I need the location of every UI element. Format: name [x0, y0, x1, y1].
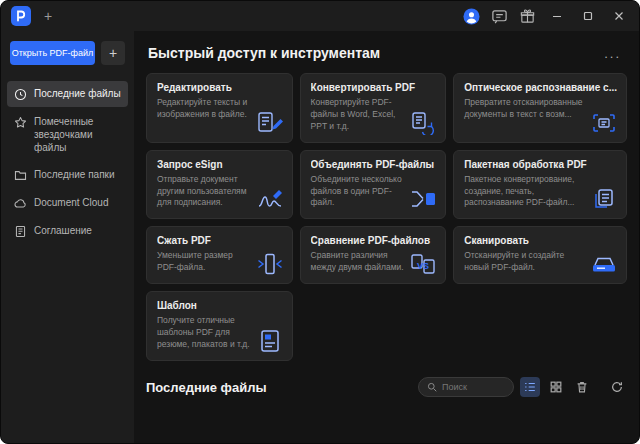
merge-icon	[409, 187, 437, 211]
sidebar-item-cloud[interactable]: Document Cloud	[7, 190, 128, 216]
sidebar-nav: Последние файлыПомеченные звездочками фа…	[1, 81, 134, 244]
tool-card-merge[interactable]: Объединять PDF-файлыОбъедините несколько…	[300, 150, 447, 220]
sidebar-item-label: Помеченные звездочками файлы	[34, 115, 121, 154]
edit-icon	[256, 111, 284, 135]
tool-card-batch[interactable]: Пакетная обработка PDFПакетное конвертир…	[453, 150, 627, 220]
add-file-button[interactable]: +	[101, 41, 125, 65]
card-title: Редактировать	[157, 82, 283, 93]
open-pdf-button[interactable]: Открыть PDF-файл	[10, 41, 95, 65]
ocr-icon	[590, 111, 618, 135]
sidebar: Открыть PDF-файл + Последние файлыПомече…	[1, 31, 134, 443]
search-input[interactable]	[442, 382, 506, 392]
search-box[interactable]	[418, 377, 514, 397]
sidebar-item-label: Последние файлы	[34, 87, 121, 100]
app-window: + Открыть PDF-файл	[0, 0, 640, 444]
grid-view-button[interactable]	[546, 377, 566, 397]
message-bubble-icon[interactable]	[491, 8, 508, 25]
tool-card-edit[interactable]: РедактироватьРедактируйте тексты и изобр…	[146, 73, 293, 143]
card-title: Сжать PDF	[157, 235, 283, 246]
cloud-icon	[14, 197, 27, 210]
main-panel: Быстрый доступ к инструментам ... Редакт…	[134, 31, 639, 443]
compare-icon: VS	[409, 252, 437, 276]
quick-access-title: Быстрый доступ к инструментам	[148, 45, 380, 61]
sidebar-item-folder[interactable]: Последние папки	[7, 162, 128, 188]
card-title: Оптическое распознавание с...	[464, 82, 617, 93]
titlebar-actions	[463, 6, 629, 26]
titlebar: +	[1, 1, 639, 31]
app-logo-icon[interactable]	[11, 6, 31, 26]
esign-icon	[256, 187, 284, 211]
list-view-button[interactable]	[520, 377, 540, 397]
tool-card-compare[interactable]: Сравнение PDF-файловСравните различия ме…	[300, 226, 447, 284]
tool-card-ocr[interactable]: Оптическое распознавание с...Превратите …	[453, 73, 627, 143]
card-title: Шаблон	[157, 300, 283, 311]
scan-icon	[590, 252, 618, 276]
batch-icon	[590, 187, 618, 211]
tool-card-template[interactable]: ШаблонПолучите отличные шаблоны PDF для …	[146, 291, 293, 361]
gift-icon[interactable]	[519, 8, 536, 25]
refresh-icon	[610, 380, 624, 394]
refresh-button[interactable]	[607, 377, 627, 397]
svg-text:VS: VS	[417, 261, 429, 271]
trash-icon	[575, 380, 589, 394]
sidebar-item-label: Document Cloud	[34, 196, 108, 209]
card-title: Запрос eSign	[157, 159, 283, 170]
close-button[interactable]	[609, 6, 629, 26]
sidebar-item-clock[interactable]: Последние файлы	[7, 81, 128, 107]
template-icon	[256, 329, 284, 353]
card-title: Сравнение PDF-файлов	[311, 235, 437, 246]
list-view-icon	[523, 380, 537, 394]
user-avatar-icon[interactable]	[463, 8, 480, 25]
recent-files-title: Последние файлы	[146, 380, 267, 395]
card-title: Сканировать	[464, 235, 617, 246]
tool-card-esign[interactable]: Запрос eSignОтправьте документ другим по…	[146, 150, 293, 220]
card-title: Объединять PDF-файлы	[311, 159, 437, 170]
grid-view-icon	[549, 380, 563, 394]
tool-card-compress[interactable]: Сжать PDFУменьшите размер PDF-файла.	[146, 226, 293, 284]
recent-files-controls	[418, 377, 627, 397]
new-tab-button[interactable]: +	[40, 9, 56, 23]
star-icon	[14, 116, 27, 129]
folder-icon	[14, 169, 27, 182]
card-title: Конвертировать PDF	[311, 82, 437, 93]
convert-icon	[409, 111, 437, 135]
search-icon	[427, 382, 437, 392]
maximize-button[interactable]	[578, 6, 598, 26]
sidebar-item-label: Соглашение	[34, 224, 92, 237]
minimize-button[interactable]	[547, 6, 567, 26]
more-button[interactable]: ...	[600, 46, 625, 61]
agreement-icon	[14, 225, 27, 238]
card-title: Пакетная обработка PDF	[464, 159, 617, 170]
compress-icon	[256, 252, 284, 276]
tool-card-grid: РедактироватьРедактируйте тексты и изобр…	[146, 73, 627, 361]
trash-button[interactable]	[572, 377, 592, 397]
tool-card-convert[interactable]: Конвертировать PDFКонвертируйте PDF-файл…	[300, 73, 447, 143]
clock-icon	[14, 88, 27, 101]
tool-card-scan[interactable]: СканироватьОтсканируйте и создайте новый…	[453, 226, 627, 284]
sidebar-item-label: Последние папки	[34, 168, 115, 181]
sidebar-item-star[interactable]: Помеченные звездочками файлы	[7, 109, 128, 160]
sidebar-item-agreement[interactable]: Соглашение	[7, 218, 128, 244]
